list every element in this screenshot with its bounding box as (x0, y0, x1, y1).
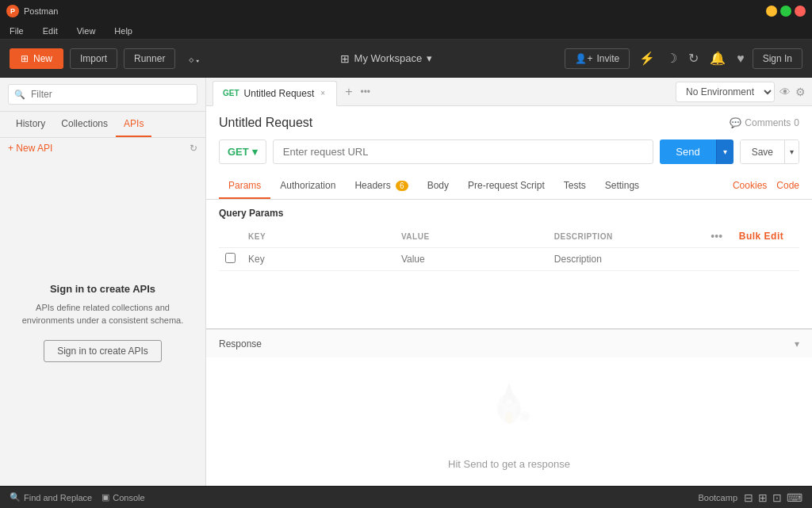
console-icon: ▣ (102, 492, 109, 502)
req-tab-authorization[interactable]: Authorization (270, 174, 345, 199)
svg-rect-3 (515, 407, 520, 415)
menu-view[interactable]: View (74, 25, 99, 37)
toolbar-extra-button[interactable]: ⬦▾ (182, 48, 207, 69)
send-dropdown-button[interactable]: ▾ (716, 139, 733, 164)
new-api-button[interactable]: + New API (8, 143, 52, 154)
layout-icon-1[interactable]: ⊟ (744, 491, 753, 504)
description-input[interactable] (554, 254, 695, 265)
req-tab-pre-request[interactable]: Pre-request Script (458, 174, 554, 199)
runner-button[interactable]: Runner (124, 48, 175, 69)
bell-icon[interactable]: 🔔 (707, 48, 729, 69)
sync-icon[interactable]: ↻ (685, 48, 702, 69)
bootcamp-button[interactable]: Bootcamp (698, 493, 737, 502)
empty-state-description: APIs define related collections and envi… (16, 301, 190, 327)
response-chevron-icon[interactable]: ▾ (795, 338, 799, 349)
search-input[interactable] (8, 84, 197, 105)
sidebar: 🔍 History Collections APIs + New API ↻ S… (0, 78, 206, 486)
import-button[interactable]: Import (70, 48, 117, 69)
row-checkbox[interactable] (225, 253, 236, 263)
req-tab-settings[interactable]: Settings (596, 174, 649, 199)
new-icon: ⊞ (21, 53, 29, 64)
req-tab-body[interactable]: Body (418, 174, 458, 199)
response-label: Response (219, 338, 262, 349)
sign-in-button[interactable]: Sign In (753, 48, 802, 69)
value-col-header: VALUE (395, 225, 548, 248)
save-dropdown-button[interactable]: ▾ (784, 140, 799, 163)
tab-name: Untitled Request (244, 88, 315, 99)
sidebar-tab-history[interactable]: History (8, 112, 53, 137)
lightning-icon[interactable]: ⚡ (636, 48, 658, 69)
env-eye-icon[interactable]: 👁 (779, 86, 791, 98)
status-icons: ⊟ ⊞ ⊡ ⌨ (744, 491, 802, 504)
save-button[interactable]: Save (741, 140, 784, 163)
close-button[interactable]: × (795, 6, 806, 17)
response-header: Response ▾ (206, 329, 812, 357)
value-input[interactable] (401, 254, 542, 265)
request-title-row: Untitled Request 💬 Comments 0 (219, 116, 799, 130)
bulk-edit-link[interactable]: Bulk Edit (739, 231, 784, 242)
method-select[interactable]: GET ▾ (219, 139, 266, 164)
invite-button[interactable]: 👤+ Invite (565, 48, 630, 69)
layout-icon-2[interactable]: ⊞ (758, 491, 768, 504)
request-tabs: Params Authorization Headers 6 Body Pre-… (206, 174, 812, 200)
req-tab-headers[interactable]: Headers 6 (345, 174, 417, 199)
menu-edit[interactable]: Edit (40, 25, 61, 37)
checkbox-col-header (219, 225, 242, 248)
keyboard-icon[interactable]: ⌨ (787, 491, 802, 504)
moon-icon[interactable]: ☽ (663, 48, 680, 69)
url-input[interactable] (273, 139, 654, 164)
sidebar-actions: + New API ↻ (0, 138, 205, 159)
status-bar: 🔍 Find and Replace ▣ Console Bootcamp ⊟ … (0, 486, 812, 508)
params-table: KEY VALUE DESCRIPTION ••• Bulk Edit (219, 225, 799, 271)
sidebar-tabs: History Collections APIs (0, 112, 205, 138)
invite-icon: 👤+ (575, 53, 592, 64)
add-tab-button[interactable]: + (340, 85, 357, 99)
menu-help[interactable]: Help (111, 25, 136, 37)
app-name: Postman (24, 6, 58, 16)
menu-file[interactable]: File (6, 25, 27, 37)
req-tab-tests[interactable]: Tests (554, 174, 596, 199)
refresh-icon[interactable]: ↻ (190, 143, 197, 154)
sidebar-tab-collections[interactable]: Collections (53, 112, 116, 137)
sidebar-tab-apis[interactable]: APIs (116, 112, 151, 137)
heart-icon[interactable]: ♥ (733, 48, 748, 69)
maximize-button[interactable]: □ (780, 6, 791, 17)
console-item[interactable]: ▣ Console (102, 492, 144, 502)
rocket-illustration (477, 373, 541, 445)
response-section: Response ▾ Hi (206, 328, 812, 486)
sidebar-empty-state: Sign in to create APIs APIs define relat… (0, 159, 205, 486)
params-dots-button[interactable]: ••• (710, 230, 722, 243)
svg-rect-2 (498, 407, 503, 415)
send-button[interactable]: Send (660, 139, 715, 164)
comments-link[interactable]: 💬 Comments 0 (730, 117, 799, 128)
app-logo: P (6, 5, 19, 17)
workspace-icon: ⊞ (340, 52, 350, 65)
sign-in-api-button[interactable]: Sign in to create APIs (44, 340, 162, 362)
key-input[interactable] (248, 254, 389, 265)
cookies-link[interactable]: Cookies (733, 174, 767, 199)
save-button-group: Save ▾ (740, 139, 799, 164)
environment-select[interactable]: No Environment (676, 82, 775, 102)
req-tab-params[interactable]: Params (219, 174, 270, 199)
main-layout: 🔍 History Collections APIs + New API ↻ S… (0, 78, 812, 486)
env-settings-icon[interactable]: ⚙ (795, 86, 806, 98)
svg-point-5 (505, 411, 513, 424)
headers-badge: 6 (396, 181, 408, 191)
new-button[interactable]: ⊞ New (10, 48, 63, 69)
tab-menu-button[interactable]: ••• (360, 86, 370, 97)
method-badge: GET (223, 89, 239, 97)
sidebar-search-area: 🔍 (0, 78, 205, 112)
layout-icon-3[interactable]: ⊡ (772, 491, 782, 504)
content-area: GET Untitled Request × + ••• No Environm… (206, 78, 812, 486)
request-tab[interactable]: GET Untitled Request × (213, 81, 337, 106)
workspace-button[interactable]: ⊞ My Workspace ▾ (340, 52, 433, 65)
tab-close-icon[interactable]: × (319, 87, 327, 99)
key-col-header: KEY (242, 225, 395, 248)
title-bar: P Postman − □ × (0, 0, 812, 22)
minimize-button[interactable]: − (766, 6, 777, 17)
code-link[interactable]: Code (776, 174, 799, 199)
find-replace-item[interactable]: 🔍 Find and Replace (10, 492, 92, 502)
environment-selector: No Environment 👁 ⚙ (676, 82, 806, 102)
find-replace-icon: 🔍 (10, 492, 21, 502)
params-area: Query Params KEY VALUE DESCRIPTION ••• B… (206, 200, 812, 328)
